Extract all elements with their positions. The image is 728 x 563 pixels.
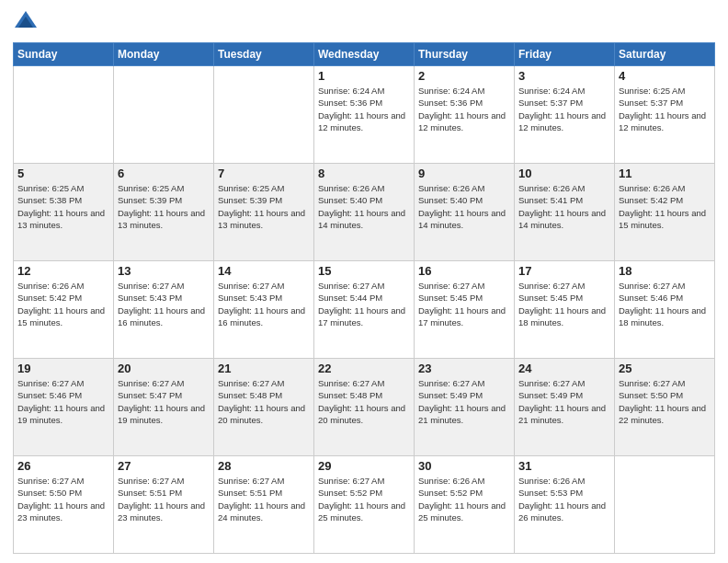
calendar-cell: 22Sunrise: 6:27 AMSunset: 5:48 PMDayligh… — [314, 359, 415, 456]
calendar-cell: 25Sunrise: 6:27 AMSunset: 5:50 PMDayligh… — [615, 359, 715, 456]
calendar-cell: 27Sunrise: 6:27 AMSunset: 5:51 PMDayligh… — [114, 456, 214, 554]
calendar-cell — [14, 66, 114, 164]
day-info: Sunrise: 6:27 AMSunset: 5:50 PMDaylight:… — [17, 475, 109, 523]
calendar-cell: 3Sunrise: 6:24 AMSunset: 5:37 PMDaylight… — [515, 66, 615, 164]
calendar-cell: 14Sunrise: 6:27 AMSunset: 5:43 PMDayligh… — [214, 261, 314, 359]
day-info: Sunrise: 6:27 AMSunset: 5:49 PMDaylight:… — [418, 377, 510, 426]
calendar-cell: 18Sunrise: 6:27 AMSunset: 5:46 PMDayligh… — [615, 261, 715, 359]
header — [13, 9, 715, 35]
calendar-cell: 8Sunrise: 6:26 AMSunset: 5:40 PMDaylight… — [314, 164, 415, 261]
day-info: Sunrise: 6:27 AMSunset: 5:48 PMDaylight:… — [218, 377, 310, 426]
day-number: 28 — [218, 459, 310, 473]
calendar-cell — [615, 456, 715, 554]
day-info: Sunrise: 6:27 AMSunset: 5:50 PMDaylight:… — [619, 377, 711, 426]
day-number: 8 — [318, 167, 410, 180]
day-number: 12 — [17, 264, 109, 278]
day-info: Sunrise: 6:27 AMSunset: 5:52 PMDaylight:… — [318, 475, 410, 523]
calendar-cell: 11Sunrise: 6:26 AMSunset: 5:42 PMDayligh… — [615, 164, 715, 261]
day-number: 3 — [518, 69, 610, 83]
calendar-cell: 10Sunrise: 6:26 AMSunset: 5:41 PMDayligh… — [515, 164, 615, 261]
day-number: 6 — [118, 167, 210, 180]
day-number: 21 — [218, 362, 310, 375]
day-info: Sunrise: 6:26 AMSunset: 5:52 PMDaylight:… — [418, 475, 510, 523]
calendar-cell: 4Sunrise: 6:25 AMSunset: 5:37 PMDaylight… — [615, 66, 715, 164]
page: SundayMondayTuesdayWednesdayThursdayFrid… — [0, 0, 728, 563]
calendar-week-row: 26Sunrise: 6:27 AMSunset: 5:50 PMDayligh… — [14, 456, 715, 554]
calendar-cell: 13Sunrise: 6:27 AMSunset: 5:43 PMDayligh… — [114, 261, 214, 359]
day-number: 4 — [619, 69, 711, 83]
day-number: 15 — [318, 264, 410, 278]
calendar-header-tuesday: Tuesday — [214, 43, 314, 66]
calendar-header-row: SundayMondayTuesdayWednesdayThursdayFrid… — [14, 43, 715, 66]
calendar-cell: 7Sunrise: 6:25 AMSunset: 5:39 PMDaylight… — [214, 164, 314, 261]
day-number: 11 — [619, 167, 711, 180]
day-number: 26 — [17, 459, 109, 473]
calendar-cell: 9Sunrise: 6:26 AMSunset: 5:40 PMDaylight… — [415, 164, 515, 261]
day-info: Sunrise: 6:26 AMSunset: 5:40 PMDaylight:… — [418, 182, 510, 231]
calendar-cell — [114, 66, 214, 164]
day-number: 2 — [418, 69, 510, 83]
day-info: Sunrise: 6:27 AMSunset: 5:51 PMDaylight:… — [218, 475, 310, 523]
calendar-week-row: 1Sunrise: 6:24 AMSunset: 5:36 PMDaylight… — [14, 66, 715, 164]
calendar-header-monday: Monday — [114, 43, 214, 66]
day-number: 31 — [518, 459, 610, 473]
day-number: 23 — [418, 362, 510, 375]
day-number: 7 — [218, 167, 310, 180]
calendar-cell: 12Sunrise: 6:26 AMSunset: 5:42 PMDayligh… — [14, 261, 114, 359]
calendar-cell — [214, 66, 314, 164]
calendar-cell: 20Sunrise: 6:27 AMSunset: 5:47 PMDayligh… — [114, 359, 214, 456]
calendar-cell: 1Sunrise: 6:24 AMSunset: 5:36 PMDaylight… — [314, 66, 415, 164]
day-number: 1 — [318, 69, 410, 83]
day-info: Sunrise: 6:24 AMSunset: 5:36 PMDaylight:… — [318, 85, 410, 133]
calendar-header-wednesday: Wednesday — [314, 43, 415, 66]
day-number: 17 — [518, 264, 610, 278]
calendar-table: SundayMondayTuesdayWednesdayThursdayFrid… — [13, 42, 715, 554]
day-info: Sunrise: 6:24 AMSunset: 5:37 PMDaylight:… — [518, 85, 610, 133]
day-number: 19 — [17, 362, 109, 375]
day-number: 5 — [17, 167, 109, 180]
calendar-cell: 21Sunrise: 6:27 AMSunset: 5:48 PMDayligh… — [214, 359, 314, 456]
day-info: Sunrise: 6:27 AMSunset: 5:51 PMDaylight:… — [118, 475, 210, 523]
calendar-header-thursday: Thursday — [415, 43, 515, 66]
calendar-cell: 23Sunrise: 6:27 AMSunset: 5:49 PMDayligh… — [415, 359, 515, 456]
day-info: Sunrise: 6:26 AMSunset: 5:40 PMDaylight:… — [318, 182, 410, 231]
day-number: 30 — [418, 459, 510, 473]
day-info: Sunrise: 6:26 AMSunset: 5:53 PMDaylight:… — [518, 475, 610, 523]
day-info: Sunrise: 6:25 AMSunset: 5:37 PMDaylight:… — [619, 85, 711, 133]
calendar-cell: 2Sunrise: 6:24 AMSunset: 5:36 PMDaylight… — [415, 66, 515, 164]
calendar-header-sunday: Sunday — [14, 43, 114, 66]
day-info: Sunrise: 6:27 AMSunset: 5:43 PMDaylight:… — [218, 280, 310, 328]
day-number: 9 — [418, 167, 510, 180]
calendar-header-saturday: Saturday — [615, 43, 715, 66]
calendar-cell: 31Sunrise: 6:26 AMSunset: 5:53 PMDayligh… — [515, 456, 615, 554]
calendar-cell: 17Sunrise: 6:27 AMSunset: 5:45 PMDayligh… — [515, 261, 615, 359]
calendar-cell: 16Sunrise: 6:27 AMSunset: 5:45 PMDayligh… — [415, 261, 515, 359]
calendar-week-row: 12Sunrise: 6:26 AMSunset: 5:42 PMDayligh… — [14, 261, 715, 359]
day-info: Sunrise: 6:27 AMSunset: 5:44 PMDaylight:… — [318, 280, 410, 328]
day-info: Sunrise: 6:27 AMSunset: 5:43 PMDaylight:… — [118, 280, 210, 328]
day-number: 24 — [518, 362, 610, 375]
day-number: 16 — [418, 264, 510, 278]
calendar-header-friday: Friday — [515, 43, 615, 66]
calendar-cell: 28Sunrise: 6:27 AMSunset: 5:51 PMDayligh… — [214, 456, 314, 554]
calendar-cell: 29Sunrise: 6:27 AMSunset: 5:52 PMDayligh… — [314, 456, 415, 554]
day-number: 10 — [518, 167, 610, 180]
calendar-cell: 24Sunrise: 6:27 AMSunset: 5:49 PMDayligh… — [515, 359, 615, 456]
day-info: Sunrise: 6:25 AMSunset: 5:39 PMDaylight:… — [118, 182, 210, 231]
day-info: Sunrise: 6:25 AMSunset: 5:38 PMDaylight:… — [17, 182, 109, 231]
day-number: 18 — [619, 264, 711, 278]
day-info: Sunrise: 6:27 AMSunset: 5:45 PMDaylight:… — [418, 280, 510, 328]
calendar-cell: 6Sunrise: 6:25 AMSunset: 5:39 PMDaylight… — [114, 164, 214, 261]
calendar-cell: 15Sunrise: 6:27 AMSunset: 5:44 PMDayligh… — [314, 261, 415, 359]
calendar-cell: 5Sunrise: 6:25 AMSunset: 5:38 PMDaylight… — [14, 164, 114, 261]
day-info: Sunrise: 6:27 AMSunset: 5:45 PMDaylight:… — [518, 280, 610, 328]
calendar-cell: 26Sunrise: 6:27 AMSunset: 5:50 PMDayligh… — [14, 456, 114, 554]
day-number: 20 — [118, 362, 210, 375]
day-number: 13 — [118, 264, 210, 278]
day-number: 29 — [318, 459, 410, 473]
calendar-cell: 30Sunrise: 6:26 AMSunset: 5:52 PMDayligh… — [415, 456, 515, 554]
day-number: 22 — [318, 362, 410, 375]
day-info: Sunrise: 6:26 AMSunset: 5:41 PMDaylight:… — [518, 182, 610, 231]
day-info: Sunrise: 6:27 AMSunset: 5:48 PMDaylight:… — [318, 377, 410, 426]
day-number: 14 — [218, 264, 310, 278]
